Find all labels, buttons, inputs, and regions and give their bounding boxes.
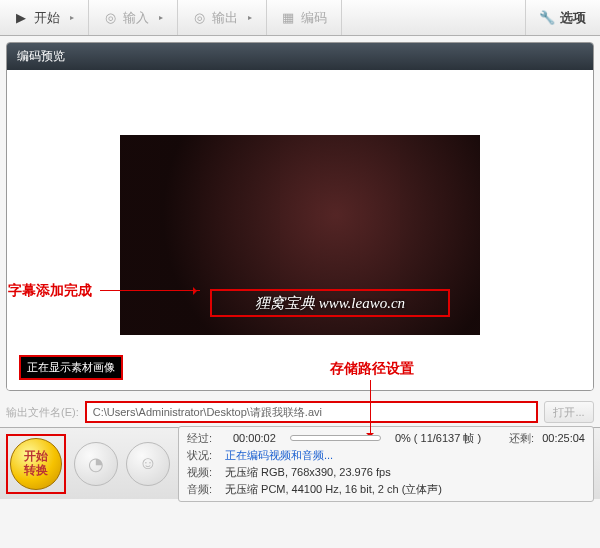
stop-button[interactable]: ☺ bbox=[126, 442, 170, 486]
output-path-row: 输出文件名(E): 打开... bbox=[0, 397, 600, 427]
start-convert-highlight: 开始 转换 bbox=[6, 434, 66, 494]
open-button[interactable]: 打开... bbox=[544, 401, 594, 423]
status-label: 状况: bbox=[187, 448, 225, 463]
audio-value: 无压缩 PCM, 44100 Hz, 16 bit, 2 ch (立体声) bbox=[225, 482, 442, 497]
preview-panel: 编码预览 狸窝宝典 www.leawo.cn 正在显示素材画像 bbox=[6, 42, 594, 391]
reel-icon: ◎ bbox=[103, 11, 117, 25]
subtitle-text: 狸窝宝典 www.leawo.cn bbox=[255, 294, 405, 313]
status-panel: 经过: 00:00:02 0% ( 11/6137 帧 ) 还剩: 00:25:… bbox=[178, 426, 594, 502]
start-tab-label: 开始 bbox=[34, 9, 60, 27]
output-path-input[interactable] bbox=[85, 401, 538, 423]
bottom-control-bar: 开始 转换 ◔ ☺ 经过: 00:00:02 0% ( 11/6137 帧 ) … bbox=[0, 427, 600, 499]
output-tab-label: 输出 bbox=[212, 9, 238, 27]
start-convert-label-1: 开始 bbox=[24, 450, 48, 463]
input-tab-label: 输入 bbox=[123, 9, 149, 27]
elapsed-label: 经过: bbox=[187, 431, 225, 446]
preview-body: 狸窝宝典 www.leawo.cn 正在显示素材画像 bbox=[7, 70, 593, 390]
input-tab[interactable]: ◎ 输入 ▸ bbox=[89, 0, 178, 35]
subtitle-highlight-box: 狸窝宝典 www.leawo.cn bbox=[210, 289, 450, 317]
video-label: 视频: bbox=[187, 465, 225, 480]
start-tab[interactable]: ▶ 开始 ▸ bbox=[0, 0, 89, 35]
chevron-right-icon: ▸ bbox=[248, 13, 252, 22]
progress-bar bbox=[290, 435, 381, 441]
video-frame: 狸窝宝典 www.leawo.cn bbox=[120, 135, 480, 335]
encode-tab-label: 编码 bbox=[301, 9, 327, 27]
output-filename-label: 输出文件名(E): bbox=[6, 405, 79, 420]
preview-status: 正在显示素材画像 bbox=[19, 355, 123, 380]
remain-label: 还剩: bbox=[509, 431, 534, 446]
preview-title: 编码预览 bbox=[7, 43, 593, 70]
chevron-right-icon: ▸ bbox=[70, 13, 74, 22]
audio-label: 音频: bbox=[187, 482, 225, 497]
play-icon: ▶ bbox=[14, 11, 28, 25]
pause-button[interactable]: ◔ bbox=[74, 442, 118, 486]
main-toolbar: ▶ 开始 ▸ ◎ 输入 ▸ ◎ 输出 ▸ ▦ 编码 🔧 选项 bbox=[0, 0, 600, 36]
toolbar-spacer bbox=[342, 0, 525, 35]
options-tab-label: 选项 bbox=[560, 9, 586, 27]
elapsed-value: 00:00:02 bbox=[233, 432, 276, 444]
output-tab[interactable]: ◎ 输出 ▸ bbox=[178, 0, 267, 35]
reel-icon: ◎ bbox=[192, 11, 206, 25]
remain-value: 00:25:04 bbox=[542, 432, 585, 444]
encode-tab[interactable]: ▦ 编码 bbox=[267, 0, 342, 35]
progress-text: 0% ( 11/6137 帧 ) bbox=[395, 431, 481, 446]
wrench-icon: 🔧 bbox=[540, 11, 554, 25]
status-value: 正在编码视频和音频... bbox=[225, 448, 333, 463]
clock-icon: ◔ bbox=[88, 453, 104, 475]
options-tab[interactable]: 🔧 选项 bbox=[525, 0, 600, 35]
person-icon: ☺ bbox=[139, 453, 157, 474]
video-value: 无压缩 RGB, 768x390, 23.976 fps bbox=[225, 465, 391, 480]
start-convert-button[interactable]: 开始 转换 bbox=[10, 438, 62, 490]
film-icon: ▦ bbox=[281, 11, 295, 25]
start-convert-label-2: 转换 bbox=[24, 464, 48, 477]
chevron-right-icon: ▸ bbox=[159, 13, 163, 22]
